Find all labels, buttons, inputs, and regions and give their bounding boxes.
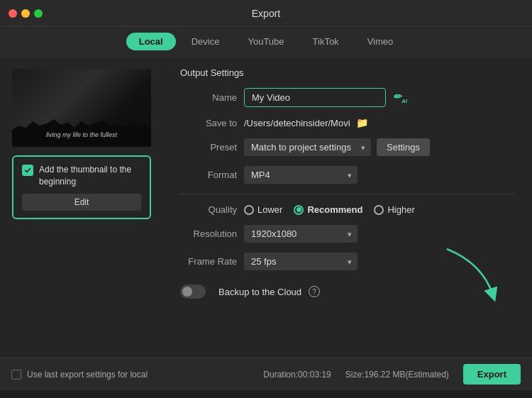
save-to-row: Save to /Users/detechinsider/Movi 📁: [180, 117, 515, 128]
right-panel: Output Settings Name ✏AI Save to /Users/…: [163, 57, 532, 358]
quality-higher[interactable]: Higher: [374, 204, 414, 215]
preset-select[interactable]: Match to project settings: [244, 138, 371, 156]
quality-label: Quality: [180, 204, 237, 215]
tab-local[interactable]: Local: [126, 33, 176, 50]
name-input[interactable]: [244, 88, 386, 107]
cloud-toggle[interactable]: [180, 284, 206, 299]
frame-rate-select[interactable]: 25 fps: [244, 253, 358, 270]
maximize-button[interactable]: [34, 9, 43, 18]
format-label: Format: [180, 170, 237, 180]
quality-radio-group: Lower Recommend Higher: [244, 204, 415, 215]
main-content: living my life to the fullest Add the th…: [0, 57, 532, 358]
preset-label: Preset: [180, 142, 237, 153]
quality-higher-radio: [374, 205, 384, 215]
tab-tiktok[interactable]: TikTok: [300, 33, 352, 50]
folder-icon[interactable]: 📁: [356, 117, 368, 128]
quality-row: Quality Lower Recommend Higher: [180, 204, 515, 215]
preset-controls: Match to project settings Settings: [244, 138, 430, 156]
quality-recommend-radio-inner: [297, 207, 301, 212]
thumbnail-checkbox-area: Add the thumbnail to the beginning Edit: [12, 155, 151, 219]
save-path: /Users/detechinsider/Movi 📁: [244, 117, 368, 128]
tab-vimeo[interactable]: Vimeo: [355, 33, 406, 50]
settings-button[interactable]: Settings: [377, 138, 430, 156]
cloud-backup-row: Backup to the Cloud ?: [180, 284, 515, 299]
save-to-label: Save to: [180, 118, 237, 128]
window-title: Export: [252, 8, 280, 19]
minimize-button[interactable]: [21, 9, 30, 18]
title-bar: Export: [0, 0, 532, 27]
resolution-select-wrapper: 1920x1080: [244, 225, 358, 243]
last-export-label: Use last export settings for local: [27, 370, 148, 380]
tab-device[interactable]: Device: [179, 33, 233, 50]
frame-rate-label: Frame Rate: [180, 256, 237, 267]
format-select[interactable]: MP4: [244, 166, 358, 184]
quality-higher-label: Higher: [387, 204, 414, 215]
frame-rate-row: Frame Rate 25 fps: [180, 253, 515, 270]
ai-icon[interactable]: ✏AI: [393, 91, 407, 104]
toggle-knob: [182, 287, 192, 297]
thumbnail-checkbox-label: Add the thumbnail to the beginning: [39, 164, 141, 188]
output-settings-title: Output Settings: [180, 67, 515, 78]
quality-recommend-label: Recommend: [307, 204, 362, 215]
preset-select-wrapper: Match to project settings: [244, 138, 371, 156]
section-divider-1: [180, 194, 515, 194]
bottom-bar: Use last export settings for local Durat…: [0, 358, 532, 390]
duration-info: Duration:00:03:19: [263, 370, 331, 380]
checkbox-checked-icon: [22, 165, 33, 176]
quality-lower-radio: [244, 205, 254, 215]
format-row: Format MP4: [180, 166, 515, 184]
traffic-lights: [9, 9, 43, 18]
tab-youtube[interactable]: YouTube: [235, 33, 297, 50]
tab-bar: Local Device YouTube TikTok Vimeo: [0, 27, 532, 57]
resolution-row: Resolution 1920x1080: [180, 225, 515, 243]
preset-row: Preset Match to project settings Setting…: [180, 138, 515, 156]
quality-lower[interactable]: Lower: [244, 204, 282, 215]
close-button[interactable]: [9, 9, 17, 18]
bottom-right: Duration:00:03:19 Size:196.22 MB(Estimat…: [263, 364, 521, 385]
quality-recommend-radio: [294, 205, 304, 215]
info-icon[interactable]: ?: [309, 286, 320, 297]
left-panel: living my life to the fullest Add the th…: [0, 57, 163, 358]
resolution-label: Resolution: [180, 228, 237, 239]
video-thumbnail: living my life to the fullest: [12, 69, 151, 147]
video-overlay-text: living my life to the fullest: [12, 131, 151, 138]
export-button[interactable]: Export: [463, 364, 521, 385]
frame-rate-select-wrapper: 25 fps: [244, 253, 358, 270]
name-row: Name ✏AI: [180, 88, 515, 107]
cloud-backup-label: Backup to the Cloud: [218, 287, 301, 297]
last-export-checkbox[interactable]: [11, 370, 21, 380]
quality-lower-label: Lower: [257, 204, 282, 215]
edit-button[interactable]: Edit: [22, 194, 141, 211]
thumbnail-checkbox-row[interactable]: Add the thumbnail to the beginning: [22, 164, 141, 188]
size-info: Size:196.22 MB(Estimated): [345, 370, 449, 380]
quality-recommend[interactable]: Recommend: [294, 204, 362, 215]
format-select-wrapper: MP4: [244, 166, 358, 184]
resolution-select[interactable]: 1920x1080: [244, 225, 358, 243]
name-label: Name: [180, 92, 237, 103]
save-path-text: /Users/detechinsider/Movi: [244, 118, 350, 128]
bottom-left: Use last export settings for local: [11, 370, 148, 380]
